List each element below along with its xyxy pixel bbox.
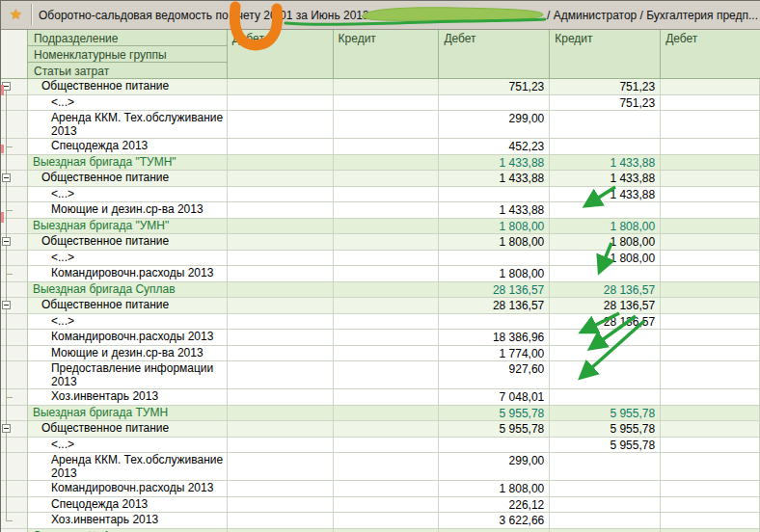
row-label[interactable]: Выездная бригада ТУМН <box>28 406 228 422</box>
cell-debit-turnover[interactable]: 1 433,88 <box>439 202 550 219</box>
cell-credit-opening[interactable] <box>334 421 440 438</box>
cell-debit-opening[interactable] <box>228 421 334 438</box>
cell-credit-turnover[interactable] <box>550 330 661 346</box>
table-row[interactable]: Аренда ККМ. Тех.обслуживание 2013299,00 <box>1 111 760 139</box>
cell-debit-closing[interactable] <box>661 330 760 346</box>
collapse-minus-icon[interactable] <box>2 237 11 246</box>
cell-credit-opening[interactable] <box>334 361 440 389</box>
table-row[interactable]: Моющие и дезин.ср-ва 20131 774,00 <box>1 346 760 362</box>
cell-debit-opening[interactable] <box>228 406 334 422</box>
cell-debit-turnover[interactable] <box>439 438 550 454</box>
table-row[interactable]: <...>5 955,78 <box>1 438 760 454</box>
cell-debit-closing[interactable] <box>661 438 760 454</box>
cell-credit-turnover[interactable] <box>550 497 661 514</box>
cell-credit-opening[interactable] <box>334 155 440 172</box>
table-row[interactable]: Спецодежда 2013452,23 <box>1 139 760 155</box>
cell-debit-turnover[interactable] <box>439 187 550 203</box>
cell-credit-turnover[interactable]: 1 808,00 <box>550 234 661 251</box>
cell-debit-turnover[interactable]: 18 386,96 <box>439 330 550 346</box>
collapse-minus-icon[interactable] <box>2 173 11 182</box>
cell-debit-opening[interactable] <box>228 202 334 219</box>
cell-debit-turnover[interactable] <box>439 314 550 331</box>
cell-debit-closing[interactable] <box>661 251 760 267</box>
row-label[interactable]: Общественное питание <box>28 234 228 251</box>
cell-credit-turnover[interactable]: 28 136,57 <box>550 298 661 314</box>
cell-debit-turnover[interactable]: 5 955,78 <box>439 421 550 438</box>
table-row[interactable]: Общественное питание28 136,5728 136,57 <box>1 298 760 314</box>
cell-debit-opening[interactable] <box>228 361 334 389</box>
cell-credit-turnover[interactable]: 5 955,78 <box>550 421 661 438</box>
table-row[interactable]: Командировочн.расходы 20131 808,00 <box>1 266 760 282</box>
cell-credit-opening[interactable] <box>334 95 440 112</box>
table-row[interactable]: Выездная бригада ТУМН5 955,785 955,78 <box>1 406 760 422</box>
row-label[interactable]: Аренда ККМ. Тех.обслуживание 2013 <box>28 453 228 481</box>
collapse-minus-icon[interactable] <box>2 301 11 309</box>
cell-debit-turnover[interactable] <box>439 251 550 267</box>
cell-credit-turnover[interactable] <box>550 202 661 219</box>
cell-debit-turnover[interactable] <box>439 95 550 112</box>
cell-debit-closing[interactable] <box>661 346 760 362</box>
cell-credit-turnover[interactable]: 5 955,78 <box>550 438 661 454</box>
cell-debit-turnover[interactable]: 1 808,00 <box>439 266 550 282</box>
cell-debit-closing[interactable] <box>661 513 760 529</box>
cell-credit-turnover[interactable] <box>550 453 661 481</box>
table-row[interactable]: Командировочн.расходы 201318 386,96 <box>1 330 760 346</box>
table-row[interactable]: <...>1 808,00 <box>1 251 760 267</box>
cell-credit-opening[interactable] <box>334 330 440 346</box>
cell-debit-closing[interactable] <box>661 219 760 235</box>
cell-debit-turnover[interactable]: 28 136,57 <box>439 298 550 314</box>
cell-debit-turnover[interactable]: 299,00 <box>439 111 550 139</box>
cell-debit-opening[interactable] <box>228 282 334 299</box>
row-label[interactable]: <...> <box>28 314 228 331</box>
cell-debit-opening[interactable] <box>228 298 334 314</box>
row-label[interactable]: <...> <box>28 251 228 267</box>
table-row[interactable]: <...>751,23 <box>1 95 760 112</box>
cell-credit-opening[interactable] <box>334 79 440 95</box>
cell-debit-closing[interactable] <box>661 406 760 422</box>
cell-credit-turnover[interactable]: 1 808,00 <box>550 251 661 267</box>
cell-credit-opening[interactable] <box>334 529 440 532</box>
cell-credit-opening[interactable] <box>334 389 440 406</box>
row-label[interactable]: Столовая № 1 <box>28 529 228 532</box>
cell-debit-opening[interactable] <box>228 234 334 251</box>
row-label[interactable]: Спецодежда 2013 <box>28 139 228 155</box>
cell-debit-closing[interactable] <box>661 187 760 203</box>
cell-debit-turnover[interactable]: 1 808,00 <box>439 219 550 235</box>
row-label[interactable]: Общественное питание <box>28 421 228 438</box>
cell-debit-turnover[interactable]: 7 048,01 <box>439 389 550 406</box>
cell-credit-turnover[interactable]: 1 433,88 <box>550 171 661 187</box>
cell-debit-closing[interactable] <box>661 453 760 481</box>
row-label[interactable]: Общественное питание <box>28 79 228 95</box>
cell-debit-turnover[interactable]: 1 433,88 <box>439 155 550 172</box>
cell-debit-opening[interactable] <box>228 529 334 532</box>
cell-debit-turnover[interactable]: 299,00 <box>439 453 550 481</box>
cell-debit-turnover[interactable]: 751,23 <box>439 79 550 95</box>
cell-debit-opening[interactable] <box>228 79 334 95</box>
cell-debit-opening[interactable] <box>228 95 334 112</box>
cell-debit-opening[interactable] <box>228 481 334 497</box>
cell-debit-closing[interactable] <box>661 266 760 282</box>
row-label[interactable]: <...> <box>28 95 228 112</box>
cell-credit-turnover[interactable]: 751,23 <box>550 79 661 95</box>
cell-debit-turnover[interactable]: 226,12 <box>439 497 550 514</box>
table-row[interactable]: <...>1 433,88 <box>1 187 760 203</box>
cell-credit-turnover[interactable] <box>550 361 661 389</box>
table-row[interactable]: Общественное питание5 955,785 955,78 <box>1 421 760 438</box>
cell-credit-opening[interactable] <box>334 234 440 251</box>
cell-debit-closing[interactable] <box>661 171 760 187</box>
favorite-star-icon[interactable]: ★ <box>4 4 28 25</box>
table-row[interactable]: Аренда ККМ. Тех.обслуживание 2013299,00 <box>1 453 760 481</box>
cell-debit-closing[interactable] <box>661 234 760 251</box>
cell-credit-opening[interactable] <box>334 481 440 497</box>
cell-credit-opening[interactable] <box>334 139 440 155</box>
row-label[interactable]: Хоз.инвентарь 2013 <box>28 513 228 529</box>
cell-debit-opening[interactable] <box>228 314 334 331</box>
cell-debit-closing[interactable] <box>661 95 760 112</box>
cell-debit-opening[interactable] <box>228 155 334 172</box>
cell-credit-turnover[interactable]: 28 136,57 <box>550 282 661 299</box>
cell-credit-opening[interactable] <box>334 111 440 139</box>
cell-debit-opening[interactable] <box>228 187 334 203</box>
table-row[interactable]: <...>28 136,57 <box>1 314 760 331</box>
cell-debit-opening[interactable] <box>228 266 334 282</box>
cell-credit-turnover[interactable]: 28 136,57 <box>550 314 661 331</box>
